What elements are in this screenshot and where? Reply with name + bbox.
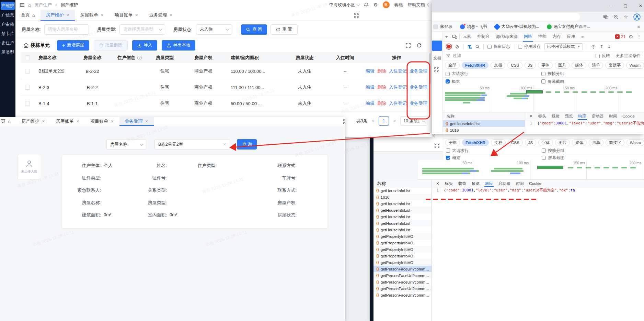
request-row[interactable]: {}getPropertyInfoVO	[373, 246, 432, 253]
panel-tab-元素[interactable]: 元素	[460, 32, 474, 42]
query-button-2[interactable]: 查 询	[237, 139, 257, 150]
request-row[interactable]: {}getPersonFaceUrl?communityId...	[373, 292, 432, 298]
community-selector[interactable]: 中海玫瑰小区	[329, 2, 359, 8]
device-toolbar-icon[interactable]	[452, 34, 457, 39]
detail-tab-标头[interactable]: 标头	[536, 112, 549, 120]
record-icon[interactable]	[447, 45, 451, 48]
page-size-select[interactable]: 10 条/页	[400, 116, 427, 126]
network-overview-waterfall-2[interactable]: 50 ms100 ms150 ms200 ms	[418, 160, 644, 180]
tab-房屋账单[interactable]: 房屋账单✕	[50, 117, 85, 126]
add-house-button[interactable]: +新增房屋	[57, 40, 89, 51]
action-业务受理[interactable]: 业务受理	[410, 100, 427, 107]
bookmark-item[interactable]: 易宝支付商户管理...	[547, 24, 590, 30]
detail-tab-响应[interactable]: 响应	[482, 180, 496, 187]
group-frames-checkbox[interactable]: 按帧分组	[541, 71, 564, 77]
address-bar[interactable]	[432, 13, 580, 21]
chip-文档[interactable]: 文档	[491, 139, 506, 146]
panel-tab-控制台[interactable]: 控制台	[474, 32, 493, 42]
row-checkbox[interactable]	[25, 85, 30, 90]
request-row[interactable]: {}getPersonFaceUrl?communityId...	[373, 272, 432, 279]
overview-checkbox-2[interactable]: 概览	[443, 155, 460, 161]
clear-network-icon[interactable]: ⊘	[455, 44, 459, 49]
name-column-header-2[interactable]: 名称	[373, 180, 432, 187]
action-业务受理[interactable]: 业务受理	[410, 68, 427, 74]
chip-图片[interactable]: 图片	[555, 139, 570, 146]
search-network-icon[interactable]	[475, 45, 480, 49]
action-入住登记[interactable]: 入住登记	[389, 84, 407, 90]
network-overview-waterfall[interactable]: 50 ms100 ms150 ms200 ms	[443, 85, 644, 112]
screenshots-checkbox[interactable]: 屏幕截图	[541, 79, 564, 85]
action-业务受理[interactable]: 业务受理	[410, 84, 427, 90]
tab-close-icon[interactable]: ✕	[111, 119, 114, 124]
reload-icon[interactable]	[417, 43, 422, 48]
zoom-out-icon[interactable]	[613, 14, 619, 20]
home-icon[interactable]: ⌂	[28, 2, 31, 7]
tab-首页[interactable]: 首页⌂	[0, 117, 16, 126]
action-编辑[interactable]: 编辑	[366, 84, 375, 90]
close-detail-icon[interactable]: ✕	[527, 112, 536, 120]
more-panels-icon[interactable]: »	[578, 32, 587, 42]
keyword-input[interactable]: B栋2单元2室✕	[154, 139, 230, 150]
browser-titlebar[interactable]: — ▢ ✕	[432, 0, 644, 12]
sidebar-item[interactable]: 产维护	[1, 2, 15, 10]
detail-tab-标头[interactable]: 标头	[442, 180, 456, 187]
import-button[interactable]: 导入	[132, 40, 157, 51]
gear-icon[interactable]: ⚙	[373, 2, 378, 7]
import-har-icon[interactable]: ↥	[600, 44, 603, 49]
tab-房产维护[interactable]: 房产维护✕	[41, 10, 75, 21]
chip-全部[interactable]: 全部	[445, 139, 460, 146]
chip-Wasm[interactable]: Wasm	[626, 139, 644, 146]
tab-房屋账单[interactable]: 房屋账单✕	[75, 10, 109, 21]
request-row[interactable]: {}1016	[373, 194, 432, 200]
panel-tab-应用[interactable]: 应用	[564, 32, 578, 42]
request-row[interactable]: {}getPropertyInfoVO	[373, 240, 432, 246]
request-row[interactable]: {}getHouseInfoList	[373, 200, 432, 207]
tab-layout-grid-icon[interactable]	[354, 13, 359, 18]
chip-CSS[interactable]: CSS	[508, 139, 523, 146]
query-button[interactable]: 查 询	[241, 24, 267, 35]
chip-字体[interactable]: 字体	[538, 62, 553, 69]
name-column-header[interactable]: 名称	[443, 112, 525, 120]
tab-close-icon[interactable]: ✕	[76, 119, 79, 124]
bell-icon[interactable]	[364, 2, 369, 8]
request-row[interactable]: {}getPersonFaceUrl?communityId...	[373, 285, 432, 292]
detail-tab-Cookie[interactable]: Cookie	[526, 180, 544, 187]
help-docs-link[interactable]: 帮助文档《	[408, 2, 429, 8]
request-row[interactable]: {}getPersonFaceUrl?communityId...	[373, 279, 432, 285]
sidebar-item[interactable]: 屋类型	[1, 48, 15, 56]
chip-媒体[interactable]: 媒体	[572, 139, 587, 146]
bookmark-item[interactable]: 家登录	[433, 24, 452, 30]
row-checkbox[interactable]	[25, 69, 30, 74]
chip-清单[interactable]: 清单	[588, 62, 603, 69]
panel-tab-内存[interactable]: 内存	[550, 32, 564, 42]
action-删除[interactable]: 删除	[377, 68, 386, 74]
bookmark-item[interactable]: 大华云睿-以视频为...	[495, 24, 539, 30]
chip-全部[interactable]: 全部	[445, 62, 460, 69]
scrollbar[interactable]	[429, 53, 431, 84]
sidebar-item[interactable]: 户审核	[1, 20, 15, 29]
avatar[interactable]: 蒋	[383, 1, 390, 8]
chip-套接字[interactable]: 套接字	[605, 62, 624, 69]
tab-项目账单[interactable]: 项目账单✕	[109, 10, 143, 21]
tab-首页[interactable]: 首页⌂	[15, 10, 41, 21]
chip-JS[interactable]: JS	[525, 62, 536, 69]
chip-清单[interactable]: 清单	[589, 139, 603, 146]
translate-icon[interactable]: 文 A	[603, 14, 608, 20]
restore-button[interactable]: ▢	[618, 0, 633, 12]
sidebar-item[interactable]: 禁卡片	[1, 30, 15, 38]
tab-layout-grid-icon-2[interactable]	[343, 119, 345, 124]
network-conditions-icon[interactable]	[591, 45, 596, 49]
clear-input-icon[interactable]: ✕	[223, 142, 226, 147]
devtools-menu-icon[interactable]: ⋮	[636, 34, 644, 39]
chip-文档[interactable]: 文档	[491, 62, 505, 69]
detail-tab-启动器[interactable]: 启动器	[589, 112, 607, 120]
detail-tab-时间[interactable]: 时间	[606, 112, 620, 120]
house-name-input[interactable]: 请输入房屋名称	[44, 24, 89, 35]
detail-tab-响应[interactable]: 响应	[576, 112, 589, 120]
filter-input[interactable]: 过滤	[453, 53, 461, 59]
detail-tab-时间[interactable]: 时间	[513, 180, 526, 187]
tab-close-icon[interactable]: ✕	[101, 13, 104, 18]
bookmark-star-icon[interactable]: ☆	[624, 14, 628, 20]
request-row[interactable]: {}getPropertyInfoVO	[373, 259, 432, 266]
request-row[interactable]: {}getPersonFaceUrl?communityId...	[373, 266, 432, 272]
